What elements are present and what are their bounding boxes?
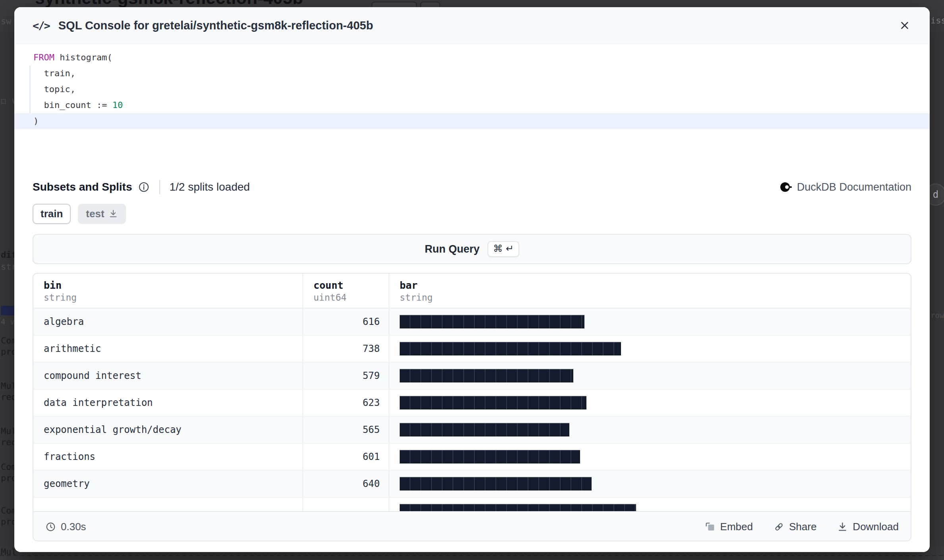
cell-count: 601 [303, 444, 389, 470]
histogram-bar [400, 423, 569, 436]
code-line: topic, [14, 81, 930, 97]
run-query-button[interactable]: Run Query ⌘ ↵ [33, 234, 911, 264]
run-query-label: Run Query [425, 243, 480, 255]
cell-bin: exponential growth/decay [33, 417, 303, 443]
sql-console-modal: </> SQL Console for gretelai/synthetic-g… [14, 7, 930, 552]
cell-bin: arithmetic [33, 336, 303, 362]
histogram-bar [400, 396, 586, 409]
cell-count: 565 [303, 417, 389, 443]
backdrop-text-fragment: issa [930, 16, 944, 25]
backdrop-dataset-title: synthetic-gsm8k-reflection-405b [35, 0, 303, 7]
backdrop-dotted-divider [0, 555, 944, 556]
close-icon [899, 19, 911, 31]
results-footer: 0.30s Embed [33, 511, 911, 541]
close-button[interactable] [897, 18, 912, 33]
share-button[interactable]: Share [774, 521, 816, 533]
cell-bar [389, 336, 911, 362]
duckdb-doc-label: DuckDB Documentation [797, 181, 911, 193]
cmd-enter-kbd: ⌘ ↵ [487, 241, 519, 257]
histogram-bar [400, 315, 584, 328]
code-line: train, [14, 66, 930, 81]
info-button[interactable] [138, 181, 150, 193]
clock-icon [45, 521, 56, 532]
backdrop-page-header: synthetic-gsm8k-reflection-405b [0, 0, 944, 7]
column-header-count: count uint64 [303, 274, 389, 308]
backdrop-text-fragment: row [930, 311, 944, 320]
histogram-bar [400, 450, 580, 463]
table-row: arithmetic738 [33, 336, 911, 363]
embed-icon [705, 521, 716, 532]
info-icon [138, 181, 150, 193]
histogram-bar [400, 369, 573, 382]
subsets-heading: Subsets and Splits [33, 181, 132, 193]
divider [159, 180, 160, 194]
split-button-train[interactable]: train [33, 204, 71, 224]
cell-count: 640 [303, 471, 389, 497]
histogram-bar [400, 504, 636, 511]
download-button[interactable]: Download [837, 521, 899, 533]
duckdb-doc-link[interactable]: DuckDB Documentation [780, 181, 911, 193]
split-button-test[interactable]: test [78, 204, 126, 224]
table-row: fractions601 [33, 444, 911, 471]
cell-count: 616 [303, 309, 389, 335]
modal-title: SQL Console for gretelai/synthetic-gsm8k… [58, 19, 373, 32]
table-body: algebra616arithmetic738compound interest… [33, 309, 911, 511]
backdrop-button-fragment [371, 2, 417, 7]
share-link-icon [774, 521, 784, 532]
histogram-bar [400, 477, 592, 490]
code-line: bin_count := 10 [14, 97, 930, 113]
split-test-label: test [86, 208, 104, 220]
cell-bar [389, 498, 911, 511]
cell-bin: geometry [33, 471, 303, 497]
split-train-label: train [41, 208, 63, 220]
cell-bar [389, 471, 911, 497]
code-line: FROM histogram( [14, 50, 930, 66]
duckdb-logo-icon [780, 182, 792, 192]
cell-bar [389, 309, 911, 335]
table-row-partial [33, 498, 911, 511]
table-row: data interpretation623 [33, 390, 911, 417]
table-row: geometry640 [33, 471, 911, 498]
download-split-icon [108, 209, 118, 218]
cell-bin: fractions [33, 444, 303, 470]
indent-guide [29, 66, 31, 113]
cell-count: 738 [303, 336, 389, 362]
cell-count: 623 [303, 390, 389, 416]
table-row: exponential growth/decay565 [33, 417, 911, 444]
backdrop-text-fragment: req [1, 558, 17, 560]
download-icon [837, 521, 848, 532]
cell-count [303, 498, 389, 511]
backdrop-text-fragment: 4 ∨ [1, 317, 14, 326]
cell-bin [33, 498, 303, 511]
cell-count: 579 [303, 363, 389, 389]
modal-header: </> SQL Console for gretelai/synthetic-g… [14, 7, 930, 44]
cell-bar [389, 363, 911, 389]
table-row: algebra616 [33, 309, 911, 336]
histogram-bar [400, 342, 621, 355]
results-table: bin string count uint64 bar string algeb… [33, 273, 911, 541]
cell-bar [389, 417, 911, 443]
column-header-bar: bar string [389, 274, 911, 308]
column-header-bin: bin string [33, 274, 303, 308]
backdrop-button-fragment [420, 2, 440, 7]
splits-loaded-status: 1/2 splits loaded [170, 181, 250, 193]
embed-button[interactable]: Embed [705, 521, 753, 533]
code-icon: </> [33, 19, 50, 32]
table-row: compound interest579 [33, 363, 911, 390]
cell-bin: algebra [33, 309, 303, 335]
backdrop-text-fragment: sw [1, 17, 12, 26]
code-line-active: ) [14, 113, 930, 129]
sql-editor[interactable]: FROM histogram( train, topic, bin_count … [14, 44, 930, 168]
backdrop-text-fragment [1, 306, 15, 315]
table-header-row: bin string count uint64 bar string [33, 274, 911, 309]
cell-bin: compound interest [33, 363, 303, 389]
cell-bar [389, 444, 911, 470]
cell-bin: data interpretation [33, 390, 303, 416]
query-elapsed-time: 0.30s [61, 521, 86, 533]
cell-bar [389, 390, 911, 416]
